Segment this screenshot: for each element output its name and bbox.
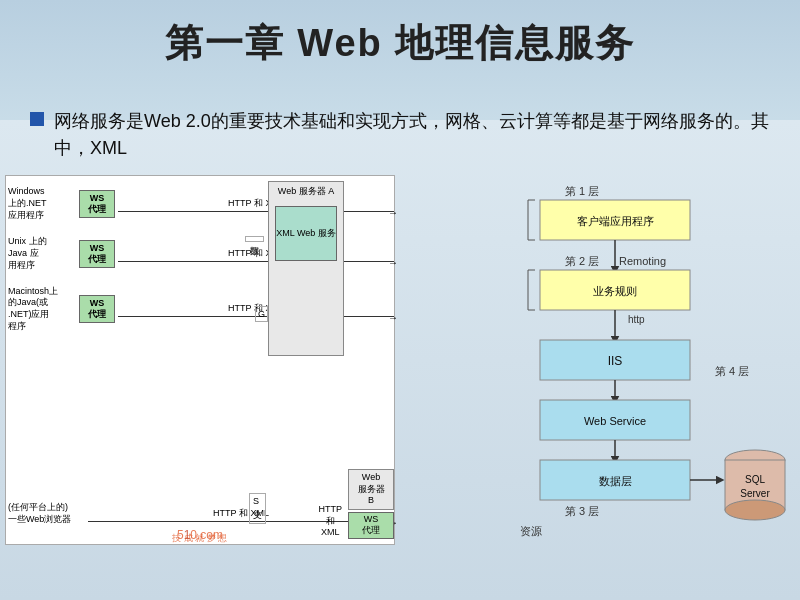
layer1-label: 第 1 层 (565, 185, 599, 197)
layer3-label: 第 3 层 (565, 505, 599, 517)
layer2-label: 第 2 层 (565, 255, 599, 267)
bullet-text: 网络服务是Web 2.0的重要技术基础和实现方式，网格、云计算等都是基于网络服务… (54, 108, 780, 162)
resources-label: 资源 (520, 525, 542, 537)
ws-box-1: WS代理 (79, 190, 115, 218)
svg-text:Server: Server (740, 488, 770, 499)
diagram-area: Windows上的.NET应用程序 WS代理 HTTP 和 XML → Unix… (5, 175, 795, 580)
layer4-label: 第 4 层 (715, 365, 749, 377)
s-wen-label: S文 (249, 493, 266, 524)
left-diagram-inner: Windows上的.NET应用程序 WS代理 HTTP 和 XML → Unix… (6, 176, 394, 544)
http-xml-bottom: HTTP和XML (319, 504, 343, 539)
business-box-text: 业务规则 (593, 285, 637, 297)
svg-point-12 (725, 500, 785, 520)
right-diagram: 第 1 层 第 2 层 Remoting 第 3 层 第 4 层 客户端应用程序… (410, 175, 795, 545)
bullet-icon (30, 112, 44, 126)
iis-box-text: IIS (608, 354, 623, 368)
client-label-1: Windows上的.NET应用程序 (8, 186, 76, 221)
web-server-b-label: Web服务器B (348, 469, 394, 510)
g-label: G (255, 306, 268, 322)
bullet-section: 网络服务是Web 2.0的重要技术基础和实现方式，网格、云计算等都是基于网络服务… (30, 108, 780, 162)
web-server-b-area: Web服务器B WS代理 (348, 469, 394, 539)
ws-box-2: WS代理 (79, 240, 115, 268)
client-label-3: Macintosh上的Java(或.NET)应用程序 (8, 286, 76, 333)
sql-server-text: SQL (745, 474, 765, 485)
web-server-a-box: Web 服务器 A XML Web 服务 (268, 181, 344, 356)
remoting-label: Remoting (619, 255, 666, 267)
left-diagram: Windows上的.NET应用程序 WS代理 HTTP 和 XML → Unix… (5, 175, 395, 545)
client-label-2: Unix 上的Java 应用程序 (8, 236, 76, 271)
client-label-4: (任何平台上的)一些Web浏览器 (8, 502, 76, 525)
webservice-box-text: Web Service (584, 415, 646, 427)
client-box-text: 客户端应用程序 (577, 215, 654, 227)
page-title: 第一章 Web 地理信息服务 (0, 18, 800, 69)
datalayer-box-text: 数据层 (599, 475, 632, 487)
ws-box-3: WS代理 (79, 295, 115, 323)
http-label: http (628, 314, 645, 325)
right-diagram-svg: 第 1 层 第 2 层 Remoting 第 3 层 第 4 层 客户端应用程序… (410, 175, 795, 545)
web-server-a-label: Web 服务器 A (269, 182, 343, 201)
xml-web-service-box: XML Web 服务 (275, 206, 337, 261)
data-label: 数据 (245, 236, 264, 242)
watermark-sub: 技 成 就 梦 想 (172, 532, 227, 545)
ws-proxy-b-label: WS代理 (348, 512, 394, 539)
